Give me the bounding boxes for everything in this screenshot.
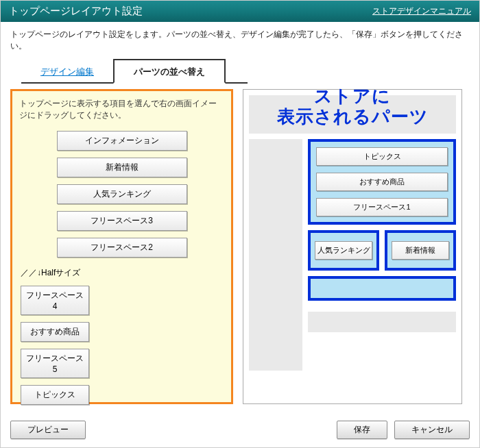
half-size-label: ／／↓Halfサイズ [21,267,224,279]
preview-button[interactable]: プレビュー [10,421,86,439]
part-new-arrivals[interactable]: 新着情報 [57,158,187,177]
dialog-header: トップページレイアウト設定 ストアデザインマニュアル [1,1,479,22]
store-preview-panel: ストアに 表示されるパーツ トピックス おすすめ商品 フリースペース1 [243,89,462,404]
part-freespace-3[interactable]: フリースペース3 [57,211,187,231]
cancel-button[interactable]: キャンセル [394,421,470,439]
dropzone-empty[interactable] [308,276,456,301]
dropzone-half-right[interactable]: 新着情報 [385,230,456,271]
dropzone-half-left[interactable]: 人気ランキング [308,230,379,271]
tab-parts-rearrange[interactable]: パーツの並べ替え [113,59,226,84]
intro-text: トップページのレイアウト設定をします。パーツの並べ替え、デザイン編集が完了したら… [1,22,479,56]
part-freespace-2[interactable]: フリースペース2 [57,238,187,258]
tab-design-edit[interactable]: デザイン編集 [21,60,113,82]
slot-freespace-1[interactable]: フリースペース1 [316,198,448,216]
part-ranking[interactable]: 人気ランキング [57,184,187,204]
part-freespace-4[interactable]: フリースペース4 [21,286,89,315]
preview-main-area: トピックス おすすめ商品 フリースペース1 人気ランキング 新着情報 [308,139,456,371]
save-button[interactable]: 保存 [337,421,387,439]
preview-sidebar-placeholder [249,139,302,371]
source-instruction: トップページに表示する項目を選んで右の画面イメージにドラッグしてください。 [19,98,224,121]
preview-frame: トピックス おすすめ商品 フリースペース1 人気ランキング 新着情報 [243,89,462,404]
preview-footer-placeholder [308,312,456,332]
dialog-title: トップページレイアウト設定 [9,5,143,18]
part-recommended[interactable]: おすすめ商品 [21,322,89,342]
part-topics[interactable]: トピックス [21,385,89,405]
manual-link[interactable]: ストアデザインマニュアル [372,5,471,17]
slot-new-arrivals[interactable]: 新着情報 [392,241,449,260]
dialog-footer: プレビュー 保存 キャンセル [1,414,479,447]
part-freespace-5[interactable]: フリースペース5 [21,349,89,378]
slot-recommended[interactable]: おすすめ商品 [316,173,448,191]
slot-ranking[interactable]: 人気ランキング [315,241,372,260]
parts-source-panel: トップページに表示する項目を選んで右の画面イメージにドラッグしてください。 イン… [10,89,233,404]
tabs: デザイン編集 パーツの並べ替え [21,59,248,84]
part-information[interactable]: インフォメーション [57,131,187,151]
dropzone-full[interactable]: トピックス おすすめ商品 フリースペース1 [308,139,456,225]
slot-topics[interactable]: トピックス [316,147,448,166]
preview-header-placeholder [249,95,456,134]
layout-settings-dialog: トップページレイアウト設定 ストアデザインマニュアル トップページのレイアウト設… [0,0,480,448]
